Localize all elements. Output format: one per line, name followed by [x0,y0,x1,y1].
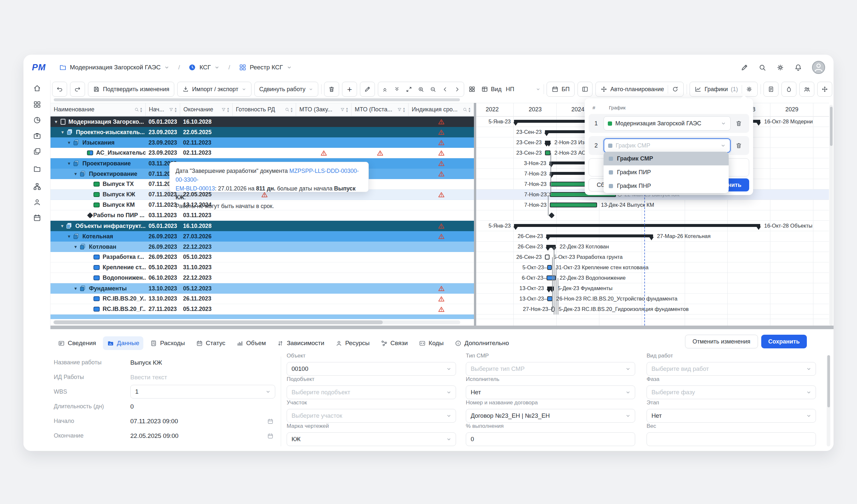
fit-icon[interactable] [405,86,413,93]
gantt-row[interactable]: 27-Ноя-235-Дек-23 RC.IB.BS.20_Гидроизоля… [476,304,829,314]
column-header-3[interactable]: Окончание▴▾ [180,103,233,116]
chart-select-2[interactable]: График СМР [604,138,730,153]
table-row[interactable]: ▾Котлован26.09.202322.12.2023 [50,242,474,252]
table-row[interactable]: ▾Объекты инфраструкт...05.01.202316.10.2… [50,221,474,231]
edit-button[interactable] [360,82,375,97]
trash-button[interactable] [324,82,339,97]
save-button[interactable]: Сохранить [761,335,807,348]
field-select[interactable]: Выберите вид работ [646,362,816,376]
tab-связи[interactable]: Связи [376,336,412,350]
field-input[interactable] [646,432,816,446]
column-header-6[interactable]: МТО (Поста...▴▾ [351,103,408,116]
table-row[interactable]: RC.IB.BS.20_Г...27.11.202305.12.2023 [50,304,474,314]
tab-расходы[interactable]: Расходы [146,336,189,350]
breadcrumb-item-1[interactable]: Модернизация Загорской ГАЭС [59,64,170,71]
breadcrumb-item-2[interactable]: КСГ [188,64,220,71]
column-header-7[interactable]: Индикация сро...▴▾ [408,103,474,116]
avatar[interactable] [812,61,825,74]
gantt-summary-bar[interactable] [545,141,551,143]
table-row[interactable]: Водопонижен...06.10.202322.12.2023 [50,273,474,283]
column-header-1[interactable]: Наименование▴▾ [50,103,146,116]
shift-work-select[interactable]: Сдвинуть работу [254,82,318,97]
sidebar-item-org-chart[interactable] [33,182,41,191]
gantt-row[interactable]: 26-Сен-2322-Дек-23 Котлован [476,242,829,252]
np-select[interactable]: НП [506,82,541,97]
field-select[interactable]: Выберите тип СМР [466,362,635,376]
next-icon[interactable] [454,86,460,93]
gantt-summary-bar[interactable] [546,234,653,237]
tab-дополнительно[interactable]: Дополнительно [451,336,514,350]
field-value[interactable]: Ввести текст [130,374,167,381]
team-button[interactable] [799,82,814,97]
sidebar-item-pie-chart[interactable] [33,116,41,124]
scroll-thumb[interactable] [54,320,383,324]
search-icon[interactable] [758,64,767,72]
gantt-row[interactable]: 26-Сен-235-Окт-23 Разработка грунта [476,252,829,262]
field-select[interactable]: Нет [646,409,816,422]
redo-button[interactable] [70,82,85,97]
drop-button[interactable] [782,82,796,97]
zoom-out-icon[interactable] [430,86,436,93]
tab-данные[interactable]: Данные [103,336,144,350]
sidebar-item-user[interactable] [33,198,41,206]
field-input[interactable]: 0 [466,432,635,446]
grid-view-button[interactable] [467,86,477,93]
bp-button[interactable]: БП [547,82,575,97]
tree-caret[interactable]: ▾ [73,244,78,250]
add-button[interactable]: + [342,82,357,97]
document-link-2[interactable]: EM-BLD-00013 [175,185,215,192]
gantt-summary-bar[interactable] [547,286,554,290]
gantt-task-bar[interactable] [547,265,552,270]
undo-button[interactable] [52,82,67,97]
wbs-select[interactable]: 1 [130,385,275,399]
gantt-summary-bar[interactable] [514,224,760,227]
move-button[interactable] [817,82,832,97]
gantt-v-scrollbar[interactable] [829,105,833,326]
table-row[interactable]: ▾Фундаменты13.10.202305.12.2023 [50,283,474,294]
delete-chart-icon[interactable] [735,120,742,127]
doc-lines-button[interactable] [763,82,778,97]
notifications-icon[interactable] [794,64,802,72]
chart-option-2[interactable]: График ПИР [604,166,729,179]
settings-icon[interactable] [776,64,784,72]
table-row[interactable]: АС_Изыскательс...23.09.202302.11.2023 [50,148,474,158]
table-row[interactable]: ▾Проектно-изыскатель...23.09.202322.05.2… [50,127,474,137]
tab-коды[interactable]: Коды [415,336,448,350]
tree-caret[interactable]: ▾ [73,285,78,291]
gantt-row[interactable]: 7-Ноя-2313-Дек-24 Выпуск КМ [476,200,829,210]
sidebar-item-calendar[interactable] [33,213,41,222]
tree-caret[interactable]: ▾ [67,160,71,167]
sidebar-item-apps[interactable] [33,100,41,109]
gantt-task-bar[interactable] [547,296,552,301]
tree-caret[interactable]: ▾ [60,223,64,229]
collapse-all-icon[interactable] [382,86,388,93]
table-row-partial[interactable] [50,314,474,319]
field-select[interactable]: Договор №23_ЕН | №23_ЕН [466,409,635,422]
table-row[interactable]: ▾Изыскания23.09.202302.11.2023 [50,137,474,148]
table-top-scrollbar[interactable] [54,98,460,101]
gantt-task-bar[interactable] [550,203,597,207]
tree-caret[interactable]: ▾ [54,119,58,125]
view-button[interactable]: Вид [480,86,503,93]
column-header-5[interactable]: МТО (Заку...▴▾ [296,103,351,116]
tab-ресурсы[interactable]: Ресурсы [331,336,374,350]
breadcrumb-item-3[interactable]: Реестр КСГ [239,64,292,71]
field-select[interactable]: Выберите фазу [646,385,816,399]
table-row[interactable]: ▾Котельная26.09.202327.03.2026 [50,231,474,242]
table-gantt-splitter[interactable] [474,103,476,326]
chart-option-3[interactable]: График ПНР [604,179,729,193]
sidebar-item-copy[interactable] [33,147,41,156]
panel-button[interactable] [577,82,592,97]
column-header-2[interactable]: Нач...▴▾ [146,103,180,116]
edit-icon[interactable] [740,64,749,72]
tab-сведения[interactable]: Сведения [54,336,100,350]
tree-caret[interactable]: ▾ [67,140,71,145]
table-row[interactable]: RC.IB.BS.20_У...13.10.202326.11.2023 [50,294,474,304]
table-row[interactable]: Разработка г...26.09.202305.10.2023 [50,252,474,262]
field-select[interactable]: Выберите участок [287,409,456,422]
table-row[interactable]: ▾Модернизация Загорско...05.01.202316.10… [50,117,474,127]
sidebar-item-home[interactable] [33,84,41,92]
horizontal-splitter[interactable] [50,326,834,329]
gantt-task-bar[interactable] [545,255,550,260]
delete-chart-icon[interactable] [735,142,742,149]
